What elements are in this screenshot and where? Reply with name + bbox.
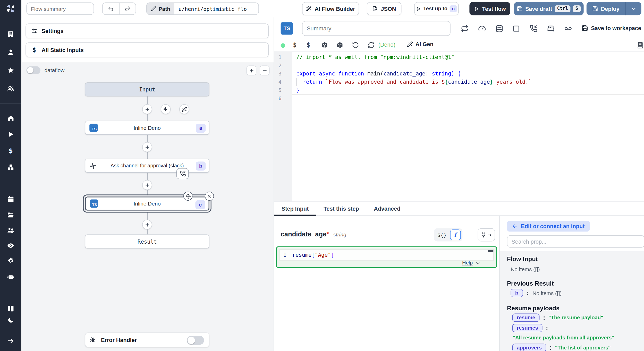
approvers-badge[interactable]: approvers (512, 344, 546, 351)
groups-icon[interactable] (7, 227, 14, 234)
flow-settings-button[interactable]: Settings (26, 23, 269, 38)
tab-test-this-step[interactable]: Test this step (316, 202, 366, 216)
edit-or-connect-button[interactable]: Edit or connect an input (507, 221, 590, 232)
flow-canvas: dataflow Input TS Inline Deno a (21, 62, 274, 351)
zoom-in-button[interactable] (247, 65, 256, 75)
variables-icon[interactable]: $ (7, 146, 14, 154)
resumes-desc: "All resume payloads from all approvers" (513, 335, 614, 341)
code-lines: // import * as wmill from "npm:windmill-… (292, 52, 644, 202)
mock-square-icon[interactable] (512, 25, 520, 32)
save-draft-button[interactable]: Save draft Ctrl S (514, 2, 583, 15)
step-input-panel: candidate_age* string ${} f 1 resume["Ag… (274, 216, 497, 351)
save-draft-label: Save draft (525, 6, 552, 12)
variables-dollar-icon[interactable]: $ (293, 42, 297, 49)
package-icon[interactable] (336, 42, 343, 49)
code-editor[interactable]: 123456 // import * as wmill from "npm:wi… (274, 52, 644, 202)
user-icon[interactable] (7, 49, 14, 56)
suspend-badge[interactable] (176, 168, 189, 179)
ai-add-step-button[interactable] (179, 104, 189, 114)
error-handler-card[interactable]: Error Handler (85, 332, 209, 347)
add-trigger-button[interactable] (161, 104, 171, 114)
refresh-icon[interactable] (368, 42, 375, 49)
resources-dollar-icon[interactable]: $ (307, 42, 310, 49)
all-static-inputs-label: All Static Inputs (42, 47, 84, 53)
function-mode-button[interactable]: f (450, 229, 461, 240)
expand-sidebar-icon[interactable] (7, 337, 14, 345)
undo-button[interactable] (103, 3, 119, 14)
language-label[interactable]: (Deno) (378, 42, 395, 48)
test-flow-button[interactable]: Test flow (469, 2, 510, 15)
resume-desc: "The resume payload" (548, 315, 603, 320)
flow-input-empty: No items ([]) (511, 266, 540, 272)
summary-placeholder: Summary (307, 25, 331, 32)
minus-icon (262, 68, 267, 73)
move-node-handle[interactable] (183, 192, 192, 201)
windmill-logo[interactable] (5, 3, 16, 14)
search-prop-input[interactable]: Search prop... (507, 235, 644, 248)
docs-book-icon[interactable] (7, 305, 14, 312)
previous-result-badge[interactable]: b (511, 289, 523, 297)
flow-node-result[interactable]: Result (85, 234, 209, 248)
concurrency-gauge-icon[interactable] (478, 25, 486, 32)
json-button[interactable]: JSON (367, 2, 401, 15)
audit-logs-icon[interactable] (7, 242, 14, 249)
folders-icon[interactable] (7, 211, 14, 219)
tab-advanced[interactable]: Advanced (366, 202, 408, 216)
add-step-button[interactable] (142, 220, 152, 229)
expression-help[interactable]: Help (462, 260, 481, 266)
workspace-icon[interactable] (7, 30, 14, 38)
template-mode-button[interactable]: ${} (436, 232, 448, 238)
field-name: candidate_age* (281, 231, 329, 238)
users-icon[interactable] (7, 85, 14, 92)
cache-database-icon[interactable] (495, 25, 503, 32)
library-book-icon[interactable] (637, 42, 644, 49)
dataflow-toggle[interactable] (26, 66, 40, 74)
retry-icon[interactable] (461, 25, 469, 32)
flow-node-input[interactable]: Input (85, 82, 209, 96)
delete-node-button[interactable] (205, 192, 214, 201)
package-icon[interactable] (321, 42, 328, 49)
add-step-button[interactable] (142, 180, 152, 190)
star-icon[interactable] (7, 67, 14, 74)
path-button[interactable]: Path (147, 3, 174, 14)
dark-mode-moon-icon[interactable] (7, 316, 14, 324)
flow-node-b[interactable]: Ask channel for approval (slack) b (85, 159, 209, 173)
save-to-workspace-button[interactable]: Save to workspace (582, 25, 641, 31)
expression-editor[interactable]: 1 resume["Age"] Help (276, 246, 497, 268)
flow-node-a[interactable]: TS Inline Deno a (85, 121, 209, 135)
tab-step-input[interactable]: Step Input (274, 202, 316, 216)
ai-flow-builder-button[interactable]: AI Flow Builder (302, 2, 359, 15)
workers-robot-icon[interactable] (7, 273, 14, 281)
deploy-button[interactable]: Deploy (587, 2, 626, 15)
schedules-icon[interactable] (7, 196, 14, 203)
error-handler-toggle[interactable] (187, 336, 204, 345)
plus-icon (145, 107, 150, 112)
undo-icon (108, 6, 114, 12)
resumes-badge[interactable]: resumes (512, 324, 543, 332)
rotate-ccw-icon[interactable] (352, 42, 359, 49)
deploy-more-button[interactable] (626, 2, 641, 15)
add-step-button[interactable] (142, 104, 152, 114)
settings-gear-icon[interactable] (7, 257, 14, 264)
step-summary-input[interactable]: Summary (302, 21, 451, 36)
input-node-label: Input (98, 86, 197, 92)
redo-button[interactable] (119, 3, 135, 14)
edit-or-connect-label: Edit or connect an input (521, 223, 584, 229)
connect-input-button[interactable] (478, 228, 495, 241)
sleep-bed-icon[interactable] (547, 25, 555, 32)
home-icon[interactable] (7, 115, 14, 122)
zap-icon (163, 106, 168, 112)
voicemail-icon[interactable] (564, 25, 572, 32)
ai-gen-button[interactable]: AI Gen (407, 41, 433, 47)
flow-summary-input[interactable]: Flow summary (26, 3, 94, 15)
path-input[interactable]: u/henri/optimistic_flo (174, 3, 258, 14)
resume-badge[interactable]: resume (512, 314, 540, 322)
status-dot (281, 43, 285, 48)
runs-icon[interactable] (7, 131, 14, 138)
test-up-to-button[interactable]: Test up to c (414, 2, 459, 15)
add-step-button[interactable] (142, 142, 152, 152)
all-static-inputs-button[interactable]: $ All Static Inputs (26, 42, 269, 57)
resources-icon[interactable] (7, 164, 14, 171)
suspend-phone-icon[interactable] (530, 25, 537, 32)
zoom-out-button[interactable] (260, 65, 269, 75)
